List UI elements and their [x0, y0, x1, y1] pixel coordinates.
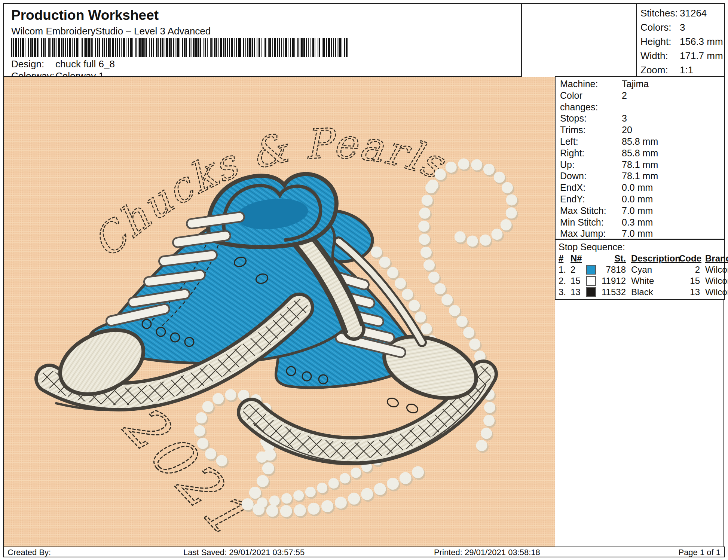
header: Production Worksheet Wilcom EmbroiderySt… [3, 3, 522, 77]
col-brand: Brand [700, 253, 728, 264]
stop-row-code: 15 [679, 275, 700, 287]
summary-row: Height:156.3 mm [640, 34, 724, 49]
stop-row-n: 15 [571, 275, 586, 287]
machine-row: Left:85.8 mm [560, 136, 724, 147]
design-preview: Chucks & Pearls 2021 [4, 77, 555, 547]
machine-row: Max Jump:7.0 mm [560, 228, 724, 239]
summary-value: 31264 [680, 6, 707, 20]
design-barcode [11, 38, 348, 57]
summary-value: 3 [680, 20, 685, 34]
stop-sequence-panel: Stop Sequence: # N# St. Description Code… [555, 239, 725, 300]
stop-sequence-table: # N# St. Description Code Brand 1. 2 781… [559, 253, 724, 298]
machine-row: Stops:3 [560, 113, 724, 124]
machine-row: Color changes:2 [560, 90, 724, 113]
summary-row: Zoom:1:1 [640, 63, 724, 77]
machine-row: Trims:20 [560, 124, 724, 136]
stop-row-brand: Wilcom [700, 275, 728, 287]
production-worksheet-page: { "header": { "title": "Production Works… [0, 0, 728, 560]
stop-row-description: Black [626, 287, 679, 298]
summary-label: Height: [640, 34, 680, 49]
summary-value: 1:1 [680, 63, 693, 77]
machine-row: Right:85.8 mm [560, 147, 724, 159]
stop-row-description: Cyan [626, 264, 679, 275]
machine-row: Up:78.1 mm [560, 159, 724, 171]
last-saved-text: Last Saved: 29/01/2021 03:57:55 [183, 548, 305, 557]
design-label: Design: [11, 58, 55, 70]
col-description: Description [626, 253, 679, 264]
page-number: Page 1 of 1 [678, 548, 721, 557]
stop-row-description: White [626, 275, 679, 287]
embroidery-design: Chucks & Pearls 2021 [4, 77, 555, 547]
thread-color-chip [586, 276, 596, 286]
stop-row-num: 2. [559, 275, 571, 287]
design-summary-panel: Stitches:31264 Colors:3 Height:156.3 mm … [636, 3, 725, 77]
thread-color-chip [586, 287, 596, 297]
stop-row-brand: Wilcom [700, 264, 728, 275]
summary-row: Colors:3 [640, 20, 724, 34]
machine-row: Machine:Tajima [560, 78, 724, 90]
stop-row-stitches: 11912 [600, 275, 626, 287]
machine-row: EndX:0.0 mm [560, 182, 724, 193]
stop-row-code: 2 [679, 264, 700, 275]
summary-row: Stitches:31264 [640, 6, 724, 20]
design-name-row: Design: chuck full 6_8 [11, 58, 115, 70]
stop-row-code: 13 [679, 287, 700, 298]
col-st: St. [600, 253, 626, 264]
summary-label: Colors: [640, 20, 680, 34]
stop-row-num: 3. [559, 287, 571, 298]
machine-row: Max Stitch:7.0 mm [560, 205, 724, 217]
summary-row: Width:171.7 mm [640, 49, 724, 63]
machine-info-panel: Machine:Tajima Color changes:2 Stops:3 T… [555, 76, 725, 239]
footer-bar: Created By: Last Saved: 29/01/2021 03:57… [3, 547, 725, 557]
summary-value: 171.7 mm [680, 49, 723, 63]
summary-value: 156.3 mm [680, 34, 723, 49]
summary-label: Zoom: [640, 63, 680, 77]
stop-row-stitches: 7818 [600, 264, 626, 275]
col-code: Code [679, 253, 700, 264]
machine-row: Min Stitch:0.3 mm [560, 217, 724, 228]
created-by-label: Created By: [7, 548, 51, 557]
col-n: N# [571, 253, 586, 264]
stop-row-stitches: 11532 [600, 287, 626, 298]
stop-row-brand: Wilcom [700, 287, 728, 298]
design-value: chuck full 6_8 [55, 58, 115, 70]
col-num: # [559, 253, 571, 264]
stop-row-num: 1. [559, 264, 571, 275]
stop-row-n: 2 [571, 264, 586, 275]
summary-label: Width: [640, 49, 680, 63]
page-title: Production Worksheet [11, 7, 159, 23]
software-subtitle: Wilcom EmbroideryStudio – Level 3 Advanc… [11, 25, 211, 37]
thread-color-chip [586, 265, 596, 275]
printed-text: Printed: 29/01/2021 03:58:18 [434, 548, 540, 557]
machine-row: EndY:0.0 mm [560, 193, 724, 205]
summary-label: Stitches: [640, 6, 680, 20]
stop-row-n: 13 [571, 287, 586, 298]
machine-row: Down:78.1 mm [560, 170, 724, 182]
stop-sequence-title: Stop Sequence: [559, 241, 724, 253]
